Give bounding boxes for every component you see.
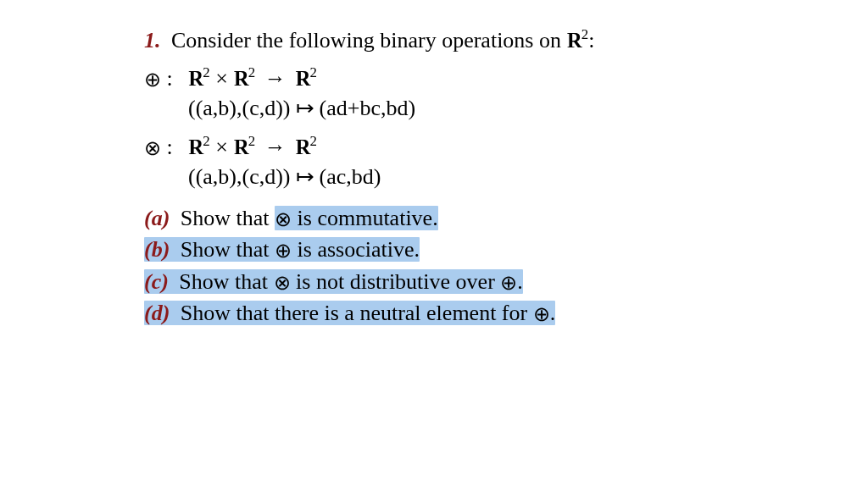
arrow-icon: → (261, 66, 290, 91)
problem-body: 1. Consider the following binary operati… (0, 0, 868, 356)
otimes-icon: ⊗ (274, 272, 291, 294)
part-a-text-after: is commutative. (292, 206, 438, 230)
oplus-icon: ⊕ (500, 272, 517, 294)
otimes-domain: R2 × R2 → R2 (188, 132, 317, 162)
intro-set: R2 (566, 28, 588, 53)
part-c: (c) Show that ⊗ is not distributive over… (144, 267, 724, 296)
otimes-icon: ⊗ : (144, 132, 188, 162)
mapsto-icon: ↦ (291, 93, 320, 123)
part-b: (b) Show that ⊕ is associative. (144, 235, 724, 264)
part-d-highlight: (d) Show that there is a neutral element… (144, 301, 555, 325)
problem-intro: 1. Consider the following binary operati… (144, 25, 724, 55)
subparts: (a) Show that ⊗ is commutative. (b) Show… (144, 203, 724, 329)
part-c-label: (c) (144, 269, 169, 294)
intro-suffix: : (588, 28, 594, 53)
part-b-text-before: Show that (181, 237, 275, 262)
oplus-map-from: ((a,b),(c,d)) (188, 93, 291, 123)
oplus-map-to: (ad+bc,bd) (320, 93, 416, 123)
mapsto-icon: ↦ (291, 162, 320, 191)
otimes-map-from: ((a,b),(c,d)) (188, 162, 291, 191)
otimes-signature: ⊗ : R2 × R2 → R2 (144, 132, 724, 162)
arrow-icon: → (261, 135, 290, 159)
otimes-mapping: ((a,b),(c,d)) ↦ (ac,bd) (144, 162, 724, 191)
part-b-label: (b) (144, 237, 170, 262)
part-d-text-after: . (550, 301, 556, 325)
part-d-label: (d) (144, 301, 170, 325)
oplus-icon: ⊕ : (144, 64, 188, 93)
oplus-icon: ⊕ (275, 240, 292, 262)
otimes-map-to: (ac,bd) (320, 162, 381, 191)
part-a-text-before: Show that (181, 206, 275, 230)
oplus-mapping: ((a,b),(c,d)) ↦ (ad+bc,bd) (144, 93, 724, 123)
intro-prefix: Consider the following binary operations… (171, 28, 566, 53)
part-a-label: (a) (144, 206, 170, 230)
oplus-icon: ⊕ (533, 303, 550, 325)
problem-number: 1. (144, 28, 161, 53)
definition-otimes: ⊗ : R2 × R2 → R2 ((a,b),(c,d)) ↦ (ac,bd) (144, 132, 724, 191)
part-c-text-mid: is not distributive over (291, 269, 501, 294)
otimes-icon: ⊗ (275, 208, 292, 230)
part-d: (d) Show that there is a neutral element… (144, 298, 724, 328)
definition-oplus: ⊕ : R2 × R2 → R2 ((a,b),(c,d)) ↦ (ad+bc,… (144, 64, 724, 123)
part-d-text-before: Show that there is a neutral element for (181, 301, 533, 325)
oplus-domain: R2 × R2 → R2 (188, 64, 317, 93)
part-a: (a) Show that ⊗ is commutative. (144, 203, 724, 233)
part-c-text-after: . (517, 269, 523, 294)
part-b-text-after: is associative. (292, 237, 420, 262)
part-c-text-before: Show that (179, 269, 273, 294)
part-b-highlight: (b) Show that ⊕ is associative. (144, 237, 420, 262)
part-a-highlight: ⊗ is commutative. (275, 206, 438, 230)
part-c-highlight: (c) Show that ⊗ is not distributive over… (144, 269, 523, 294)
oplus-signature: ⊕ : R2 × R2 → R2 (144, 64, 724, 93)
